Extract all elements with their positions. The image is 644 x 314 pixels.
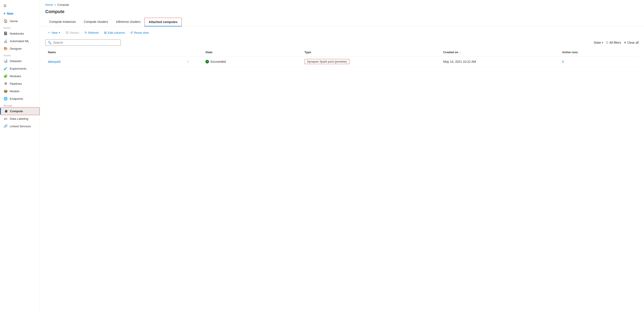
- col-header-active-runs: Active runs: [560, 48, 639, 56]
- modules-icon: 🧩: [4, 74, 8, 78]
- compute-table: Name State Type Created on ↓ Active runs: [45, 48, 639, 67]
- status-success-dot: [206, 60, 209, 64]
- breadcrumb-current: Compute: [57, 3, 69, 6]
- notebooks-icon: 📓: [4, 32, 8, 36]
- sidebar-item-experiments[interactable]: 🧪 Experiments: [0, 65, 40, 72]
- clear-all-button[interactable]: ✕ Clear all: [624, 41, 639, 44]
- sidebar-item-label-data-labeling: Data Labeling: [10, 117, 28, 120]
- sidebar-item-label-modules: Modules: [10, 74, 21, 78]
- table-body: abespark ☆ Succeeded Synapse Spark pool …: [45, 56, 639, 67]
- reset-view-label: Reset view: [134, 31, 149, 34]
- sidebar-item-linked-services[interactable]: 🔗 Linked Services: [0, 122, 40, 130]
- sidebar-item-label-pipelines: Pipelines: [10, 82, 22, 85]
- compute-name-link[interactable]: abespark: [48, 60, 61, 64]
- cell-created-on: May 14, 2021 10:22 AM: [440, 56, 560, 67]
- sidebar-new-button[interactable]: + New: [0, 10, 40, 17]
- sidebar-item-home[interactable]: 🏠 Home: [0, 17, 40, 25]
- edit-columns-icon: ⊞: [104, 31, 107, 34]
- sidebar-item-datasets[interactable]: 📊 Datasets: [0, 57, 40, 65]
- sidebar-new-label: New: [7, 12, 13, 15]
- sidebar-item-modules[interactable]: 🧩 Modules: [0, 72, 40, 80]
- detach-icon: ⛓: [66, 31, 68, 34]
- breadcrumb-home-link[interactable]: Home: [45, 3, 53, 6]
- sidebar: ☰ + New 🏠 Home Author 📓 Notebooks 🔬 Auto…: [0, 0, 40, 314]
- edit-columns-button[interactable]: ⊞ Edit columns: [102, 30, 127, 36]
- state-label: State: [594, 41, 601, 44]
- col-header-state: State: [203, 48, 302, 56]
- sidebar-item-models[interactable]: 📦 Models: [0, 87, 40, 95]
- sidebar-item-pipelines[interactable]: ⚙ Pipelines: [0, 80, 40, 87]
- sidebar-item-label-linked-services: Linked Services: [10, 124, 31, 128]
- sidebar-section-author: Author: [0, 25, 40, 30]
- col-header-name: Name: [45, 48, 184, 56]
- search-input[interactable]: [53, 41, 118, 44]
- breadcrumb-separator: >: [54, 3, 56, 6]
- refresh-icon: ↻: [84, 31, 87, 34]
- models-icon: 📦: [4, 89, 8, 93]
- sidebar-section-manage: Manage: [0, 102, 40, 107]
- endpoints-icon: 🌐: [4, 97, 8, 101]
- reset-view-icon: ↺: [130, 31, 133, 34]
- cell-type: Synapse Spark pool (preview): [302, 56, 440, 67]
- sidebar-item-label-endpoints: Endpoints: [10, 97, 23, 100]
- status-label: Succeeded: [210, 60, 226, 64]
- all-filters-button[interactable]: ▽ All filters: [606, 41, 621, 44]
- cell-name: abespark: [45, 56, 184, 67]
- col-header-type: Type: [302, 48, 440, 56]
- breadcrumb: Home > Compute: [40, 0, 644, 8]
- all-filters-label: All filters: [610, 41, 621, 44]
- sidebar-item-label-compute: Compute: [10, 110, 23, 113]
- star-icon[interactable]: ☆: [186, 60, 190, 64]
- search-box[interactable]: 🔍: [45, 40, 121, 46]
- sort-desc-icon: ↓: [460, 51, 461, 54]
- sidebar-item-label-automated-ml: Automated ML: [10, 40, 29, 43]
- sidebar-item-compute[interactable]: 🖥 Compute: [0, 107, 40, 115]
- filter-funnel-icon: ▽: [606, 41, 608, 44]
- pipelines-icon: ⚙: [4, 82, 8, 86]
- sidebar-item-designer[interactable]: 🎨 Designer: [0, 45, 40, 52]
- tab-inference-clusters[interactable]: Inference clusters: [112, 18, 145, 26]
- cell-star: ☆: [184, 56, 203, 67]
- hamburger-menu-icon[interactable]: ☰: [0, 2, 40, 10]
- detach-button[interactable]: ⛓ Detach: [63, 30, 82, 36]
- detach-label: Detach: [70, 31, 79, 34]
- linked-services-icon: 🔗: [4, 124, 8, 128]
- sidebar-item-label-notebooks: Notebooks: [10, 32, 24, 35]
- search-icon: 🔍: [48, 41, 52, 44]
- compute-icon: 🖥: [4, 109, 8, 113]
- edit-columns-label: Edit columns: [108, 31, 125, 34]
- col-header-created-on[interactable]: Created on ↓: [440, 48, 560, 56]
- tab-compute-clusters[interactable]: Compute clusters: [80, 18, 112, 26]
- new-button[interactable]: ＋ New ▾: [45, 29, 62, 36]
- data-labeling-icon: 🏷: [4, 117, 8, 121]
- new-label: New: [52, 31, 58, 34]
- state-chevron-icon: ▾: [602, 41, 603, 44]
- home-icon: 🏠: [4, 19, 8, 23]
- new-dropdown-icon: ▾: [59, 31, 60, 34]
- sidebar-item-endpoints[interactable]: 🌐 Endpoints: [0, 95, 40, 102]
- designer-icon: 🎨: [4, 46, 8, 50]
- state-filter-button[interactable]: State ▾: [594, 41, 603, 44]
- tab-compute-instances[interactable]: Compute instances: [45, 18, 80, 26]
- sidebar-item-automated-ml[interactable]: 🔬 Automated ML: [0, 37, 40, 45]
- created-on-value: May 14, 2021 10:22 AM: [443, 60, 476, 64]
- type-badge: Synapse Spark pool (preview): [304, 59, 350, 64]
- active-runs-value: 0: [562, 60, 564, 64]
- status-success-container: Succeeded: [206, 60, 299, 64]
- sidebar-item-label-home: Home: [10, 20, 18, 23]
- reset-view-button[interactable]: ↺ Reset view: [128, 30, 151, 36]
- datasets-icon: 📊: [4, 59, 8, 63]
- sidebar-item-label-models: Models: [10, 90, 20, 93]
- sidebar-item-notebooks[interactable]: 📓 Notebooks: [0, 30, 40, 37]
- automated-ml-icon: 🔬: [4, 39, 8, 43]
- sidebar-item-data-labeling[interactable]: 🏷 Data Labeling: [0, 115, 40, 122]
- tab-attached-computes[interactable]: Attached computes: [144, 18, 182, 26]
- clear-all-label: Clear all: [627, 41, 639, 44]
- main-content: Home > Compute Compute Compute instances…: [40, 0, 644, 314]
- table-container: Name State Type Created on ↓ Active runs: [40, 48, 644, 314]
- new-plus-icon: ＋: [48, 30, 50, 34]
- refresh-button[interactable]: ↻ Refresh: [82, 30, 101, 36]
- col-header-star: [184, 48, 203, 56]
- refresh-label: Refresh: [88, 31, 99, 34]
- clear-icon: ✕: [624, 41, 626, 44]
